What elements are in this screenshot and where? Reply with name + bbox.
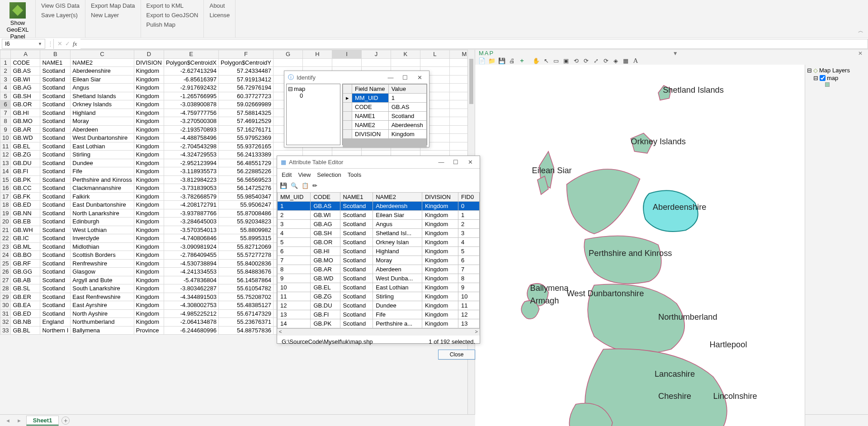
map-panel: MAP ▼ ✕ 📄 📁 💾 🖨 ＋ ✋ ↖ ▭ ▣ ⟲ ⟳ ⤢ ⟳ ◈ ▦ A bbox=[475, 50, 868, 414]
svg-text:Lancashire: Lancashire bbox=[655, 369, 695, 379]
attr-title: Attribute Table Editor bbox=[289, 159, 343, 166]
add-sheet-button[interactable]: + bbox=[61, 417, 70, 425]
back-icon[interactable]: ⟲ bbox=[572, 57, 580, 65]
map-toolbar: 📄 📁 💾 🖨 ＋ ✋ ↖ ▭ ▣ ⟲ ⟳ ⤢ ⟳ ◈ ▦ A bbox=[475, 57, 868, 65]
attr-menu-view[interactable]: View bbox=[298, 171, 311, 178]
filter-icon[interactable]: 📋 bbox=[302, 182, 310, 190]
layer-name[interactable]: map bbox=[827, 75, 838, 81]
forward-icon[interactable]: ⟳ bbox=[582, 57, 590, 65]
layer-swatch bbox=[825, 82, 830, 87]
ribbon-group-gis: View GIS Data Save Layer(s) bbox=[36, 0, 85, 38]
tree-collapse-icon[interactable]: ⊟ bbox=[813, 75, 818, 81]
attr-menu-edit[interactable]: Edit bbox=[282, 171, 292, 178]
svg-text:Orkney Islands: Orkney Islands bbox=[631, 137, 686, 146]
layers-header: Map Layers bbox=[819, 67, 850, 74]
formula-buttons: ✕ ✓ fx bbox=[53, 39, 80, 49]
ribbon-collapse-button[interactable]: ︿ bbox=[858, 27, 863, 35]
ribbon-group-about: About License bbox=[204, 0, 236, 38]
table-icon: ▦ bbox=[281, 159, 286, 166]
name-box[interactable]: I6▼ bbox=[2, 39, 45, 49]
table-icon[interactable]: ▦ bbox=[622, 57, 630, 65]
ribbon-group-layer: Export Map Data New Layer bbox=[85, 0, 141, 38]
search-icon[interactable]: 🔍 bbox=[291, 182, 299, 190]
view-gis-data-button[interactable]: View GIS Data bbox=[39, 1, 81, 10]
attr-menu-selection[interactable]: Selection bbox=[317, 171, 341, 178]
map-panel-title: MAP bbox=[479, 50, 494, 57]
attr-menu: Edit View Selection Tools bbox=[277, 169, 480, 180]
tab-nav-first[interactable]: ◄ bbox=[4, 418, 12, 423]
identify-tree[interactable]: ⊟ map 0 bbox=[286, 84, 340, 145]
svg-text:Hartlepool: Hartlepool bbox=[709, 340, 747, 349]
edit-icon[interactable]: ✏ bbox=[312, 182, 321, 190]
svg-text:Ballymena: Ballymena bbox=[530, 284, 569, 293]
zoom-window-icon[interactable]: ▣ bbox=[562, 57, 570, 65]
name-box-dropdown-icon[interactable]: ▼ bbox=[38, 42, 42, 46]
save-layers-button[interactable]: Save Layer(s) bbox=[39, 11, 81, 19]
layer-visibility-checkbox[interactable] bbox=[820, 75, 826, 81]
identify-grid[interactable]: Field NameValue ▸MM_UID1CODEGB.ASNAME1Sc… bbox=[342, 84, 427, 145]
info-icon: ⓘ bbox=[288, 73, 294, 81]
attr-minimize-button[interactable]: — bbox=[435, 159, 447, 166]
select-icon[interactable]: ↖ bbox=[542, 57, 550, 65]
formula-bar: I6▼ ⋮ ✕ ✓ fx bbox=[0, 38, 868, 50]
identify-close-button[interactable]: ✕ bbox=[414, 74, 425, 81]
publish-map-button[interactable]: Pulish Map bbox=[145, 20, 200, 29]
export-geojson-button[interactable]: Export to GeoJSON bbox=[145, 11, 200, 19]
save-icon[interactable]: 💾 bbox=[498, 57, 506, 65]
svg-text:Shetland Islands: Shetland Islands bbox=[663, 85, 724, 95]
insert-function-button[interactable]: fx bbox=[73, 40, 77, 47]
about-button[interactable]: About bbox=[208, 1, 231, 10]
svg-text:Perthshire and Kinross: Perthshire and Kinross bbox=[589, 249, 672, 258]
label-icon[interactable]: A bbox=[632, 57, 640, 65]
identify-maximize-button[interactable]: ☐ bbox=[399, 74, 411, 81]
rotate-icon[interactable]: ⟳ bbox=[602, 57, 610, 65]
export-kml-button[interactable]: Export to KML bbox=[145, 1, 200, 10]
map-canvas[interactable]: Shetland Islands Orkney Islands Eilean S… bbox=[475, 65, 805, 426]
tree-leaf[interactable]: 0 bbox=[288, 92, 339, 99]
identify-icon[interactable]: ◈ bbox=[612, 57, 620, 65]
attr-close-action-button[interactable]: Close bbox=[438, 350, 475, 360]
add-layer-icon[interactable]: ＋ bbox=[518, 57, 526, 65]
svg-text:Eilean Siar: Eilean Siar bbox=[532, 166, 572, 175]
pan-icon[interactable]: ✋ bbox=[532, 57, 540, 65]
attr-close-button[interactable]: ✕ bbox=[464, 159, 476, 166]
attr-horizontal-scrollbar[interactable] bbox=[277, 328, 480, 336]
zoom-box-icon[interactable]: ▭ bbox=[552, 57, 560, 65]
save-icon[interactable]: 💾 bbox=[280, 182, 288, 190]
svg-text:West Dunbartonshire: West Dunbartonshire bbox=[567, 289, 644, 298]
geoexl-icon bbox=[9, 2, 26, 19]
ribbon: Show GeoEXL Panel View GIS Data Save Lay… bbox=[0, 0, 868, 38]
open-icon[interactable]: 📁 bbox=[488, 57, 496, 65]
print-icon[interactable]: 🖨 bbox=[508, 57, 516, 65]
map-panel-close-icon[interactable]: ✕ bbox=[856, 50, 864, 57]
svg-text:Cheshire: Cheshire bbox=[658, 392, 691, 401]
export-map-data-button[interactable]: Export Map Data bbox=[89, 1, 137, 10]
name-box-divider: ⋮ bbox=[47, 40, 53, 47]
zoom-extent-icon[interactable]: ⤢ bbox=[592, 57, 600, 65]
attr-path: G:\SourceCode\Myself\uk\map.shp bbox=[282, 338, 373, 345]
svg-text:Armagh: Armagh bbox=[530, 296, 559, 305]
map-layers-panel: ⊟ ◇ Map Layers ⊟ map bbox=[805, 65, 868, 426]
map-panel-dropdown-icon[interactable]: ▼ bbox=[671, 50, 680, 57]
svg-text:Aberdeenshire: Aberdeenshire bbox=[653, 203, 707, 212]
new-icon[interactable]: 📄 bbox=[478, 57, 486, 65]
identify-minimize-button[interactable]: — bbox=[385, 74, 396, 81]
identify-window: ⓘ Identify — ☐ ✕ ⊟ map 0 Field NameValue… bbox=[284, 71, 429, 147]
new-layer-button[interactable]: New Layer bbox=[89, 11, 137, 19]
sheet-tab-sheet1[interactable]: Sheet1 bbox=[26, 416, 59, 426]
ribbon-group-main: Show GeoEXL Panel bbox=[0, 0, 36, 38]
svg-text:Northumberland: Northumberland bbox=[658, 312, 717, 322]
cancel-formula-icon[interactable]: ✕ bbox=[57, 40, 62, 47]
tree-collapse-icon[interactable]: ⊟ bbox=[288, 85, 293, 92]
formula-input[interactable] bbox=[80, 39, 868, 49]
license-button[interactable]: License bbox=[208, 11, 231, 19]
tree-collapse-icon[interactable]: ⊟ bbox=[807, 67, 812, 74]
ribbon-group-export: Export to KML Export to GeoJSON Pulish M… bbox=[141, 0, 204, 38]
show-geoexl-panel-button[interactable]: Show GeoEXL Panel bbox=[4, 1, 32, 40]
attr-maximize-button[interactable]: ☐ bbox=[450, 159, 462, 166]
tab-nav-prev[interactable]: ► bbox=[15, 418, 24, 423]
attr-menu-tools[interactable]: Tools bbox=[348, 171, 361, 178]
attr-toolbar: 💾 🔍 📋 ✏ bbox=[277, 180, 480, 192]
attr-grid[interactable]: MM_UIDCODENAME1NAME2DIVISIONFID01GB.ASSc… bbox=[277, 192, 480, 328]
accept-formula-icon[interactable]: ✓ bbox=[65, 40, 70, 47]
